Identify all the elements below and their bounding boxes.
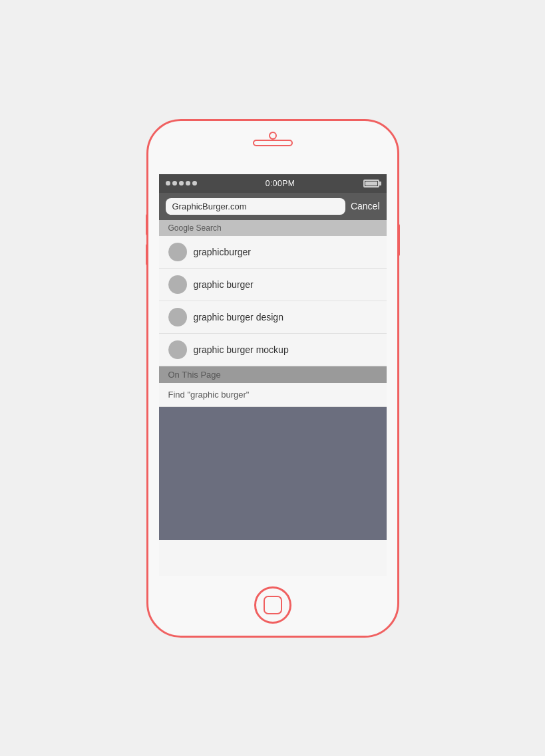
- signal-dots: [166, 181, 197, 186]
- status-bar: 0:00PM: [159, 174, 387, 193]
- find-item[interactable]: Find "graphic burger": [159, 383, 387, 407]
- camera-icon: [269, 132, 277, 140]
- home-button[interactable]: [254, 586, 291, 624]
- result-icon: [168, 340, 187, 359]
- speaker-icon: [253, 140, 293, 146]
- result-text: graphic burger: [194, 279, 254, 290]
- dark-placeholder: [159, 407, 387, 540]
- cancel-button[interactable]: Cancel: [351, 201, 380, 211]
- list-item[interactable]: graphic burger: [159, 269, 387, 301]
- url-input[interactable]: GraphicBurger.com: [166, 198, 345, 215]
- on-this-page-header: On This Page: [159, 366, 387, 383]
- status-time: 0:00PM: [266, 179, 295, 188]
- result-text: graphicburger: [194, 247, 251, 257]
- result-text: graphic burger design: [194, 312, 283, 322]
- signal-dot-1: [166, 181, 170, 186]
- result-icon: [168, 243, 187, 261]
- list-item[interactable]: graphic burger design: [159, 301, 387, 334]
- battery-icon: [363, 180, 379, 188]
- phone-frame: 0:00PM GraphicBurger.com Cancel Google S…: [146, 119, 399, 638]
- signal-dot-2: [172, 181, 177, 186]
- phone-mockup: 0:00PM GraphicBurger.com Cancel Google S…: [146, 119, 399, 638]
- battery-fill: [365, 182, 377, 186]
- signal-dot-4: [186, 181, 190, 186]
- list-item[interactable]: graphicburger: [159, 236, 387, 269]
- result-icon: [168, 275, 187, 294]
- google-search-header: Google Search: [159, 220, 387, 236]
- volume-up-button: [146, 214, 148, 235]
- url-text: GraphicBurger.com: [172, 201, 247, 211]
- home-button-inner: [264, 596, 282, 614]
- signal-dot-5: [192, 181, 197, 186]
- phone-screen: 0:00PM GraphicBurger.com Cancel Google S…: [159, 174, 387, 576]
- result-text: graphic burger mockup: [194, 344, 289, 355]
- power-button: [397, 224, 400, 256]
- search-bar-area[interactable]: GraphicBurger.com Cancel: [159, 193, 387, 220]
- volume-down-button: [146, 244, 148, 265]
- signal-dot-3: [179, 181, 184, 186]
- result-icon: [168, 308, 187, 326]
- list-item[interactable]: graphic burger mockup: [159, 334, 387, 366]
